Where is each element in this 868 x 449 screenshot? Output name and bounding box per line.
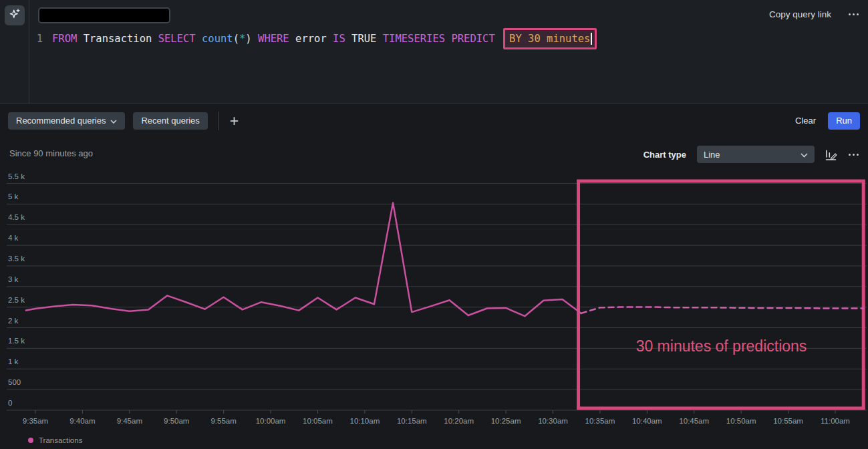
y-tick-label: 1.5 k	[8, 337, 25, 345]
text-caret	[591, 33, 592, 45]
y-tick-label: 3.5 k	[8, 255, 25, 263]
x-tick-label: 9:55am	[210, 417, 236, 425]
token-true: TRUE	[351, 33, 376, 45]
prediction-line	[581, 307, 863, 313]
query-tab-redacted[interactable]	[38, 7, 170, 23]
run-button[interactable]: Run	[828, 112, 860, 130]
ai-assistant-button[interactable]	[5, 5, 25, 25]
token-from: FROM	[52, 33, 77, 45]
token-count: count	[202, 33, 233, 45]
clear-button[interactable]: Clear	[795, 116, 816, 126]
recent-queries-button[interactable]: Recent queries	[133, 112, 207, 130]
query-builder-screen: Copy query link 1 FROM Transaction SELEC…	[0, 0, 868, 449]
add-query-button[interactable]: +	[230, 114, 239, 128]
prediction-highlight-box	[579, 181, 864, 408]
query-code-line[interactable]: 1 FROM Transaction SELECT count(*) WHERE…	[29, 28, 597, 49]
x-tick-label: 10:45am	[679, 417, 709, 425]
x-tick-label: 10:10am	[349, 417, 380, 425]
y-tick-label: 2.5 k	[8, 296, 25, 304]
chart-canvas: 5.5 k5 k4.5 k4 k3.5 k3 k2.5 k2 k1.5 k1 k…	[0, 137, 868, 449]
x-tick-label: 10:05am	[303, 417, 333, 425]
y-tick-label: 1 k	[8, 357, 19, 365]
x-tick-label: 10:55am	[773, 417, 803, 425]
predict-by-highlight: BY 30 minutes	[503, 28, 597, 49]
token-timeseries: TIMESERIES	[383, 33, 445, 45]
x-tick-label: 9:40am	[69, 417, 95, 425]
y-tick-label: 3 k	[8, 275, 19, 283]
legend-dot	[28, 438, 33, 443]
line-number: 1	[29, 33, 43, 45]
chart-section: Since 90 minutes ago Chart type Line 5.5…	[0, 137, 868, 449]
series-line	[26, 203, 581, 317]
x-tick-label: 10:00am	[256, 417, 286, 425]
y-tick-label: 5 k	[8, 192, 19, 200]
x-tick-label: 10:35am	[585, 417, 615, 425]
editor-more-icon[interactable]	[847, 11, 860, 18]
legend-item-transactions[interactable]: Transactions	[28, 436, 82, 444]
x-tick-label: 10:30am	[538, 417, 568, 425]
y-tick-label: 5.5 k	[8, 172, 25, 180]
x-tick-label: 9:45am	[117, 417, 142, 425]
y-tick-label: 0	[8, 399, 12, 407]
x-tick-label: 10:25am	[491, 417, 521, 425]
token-star: *	[239, 33, 245, 45]
query-code: FROM Transaction SELECT count(*) WHERE e…	[52, 33, 501, 45]
y-tick-label: 2 k	[8, 317, 19, 325]
token-predict: PREDICT	[451, 33, 494, 45]
editor-top-actions: Copy query link	[769, 9, 860, 19]
token-is: IS	[333, 33, 345, 45]
y-tick-label: 4 k	[8, 234, 19, 242]
x-tick-label: 10:50am	[726, 417, 756, 425]
x-tick-label: 9:35am	[23, 417, 48, 425]
editor-gutter	[0, 0, 29, 104]
copy-query-link-button[interactable]: Copy query link	[769, 9, 831, 19]
x-tick-label: 11:00am	[821, 417, 850, 425]
chevron-down-icon	[110, 116, 117, 126]
token-by-30-minutes: BY 30 minutes	[509, 33, 590, 45]
token-error: error	[289, 33, 333, 45]
token-where: WHERE	[258, 33, 289, 45]
recommended-queries-button[interactable]: Recommended queries	[8, 112, 125, 130]
x-tick-label: 10:15am	[397, 417, 427, 425]
x-tick-label: 9:50am	[164, 417, 189, 425]
y-tick-label: 4.5 k	[8, 213, 25, 221]
y-tick-label: 500	[8, 378, 21, 386]
sparkles-icon	[8, 7, 21, 23]
query-toolbar: Recommended queries Recent queries + Cle…	[0, 104, 868, 137]
token-transaction: Transaction	[77, 33, 158, 45]
query-editor: Copy query link 1 FROM Transaction SELEC…	[0, 0, 868, 104]
x-tick-label: 10:40am	[632, 417, 662, 425]
toolbar-divider	[219, 112, 219, 130]
x-tick-label: 10:20am	[444, 417, 474, 425]
token-select: SELECT	[158, 33, 196, 45]
line-chart: 5.5 k5 k4.5 k4 k3.5 k3 k2.5 k2 k1.5 k1 k…	[0, 137, 868, 449]
toolbar-right: Clear Run	[795, 112, 860, 130]
